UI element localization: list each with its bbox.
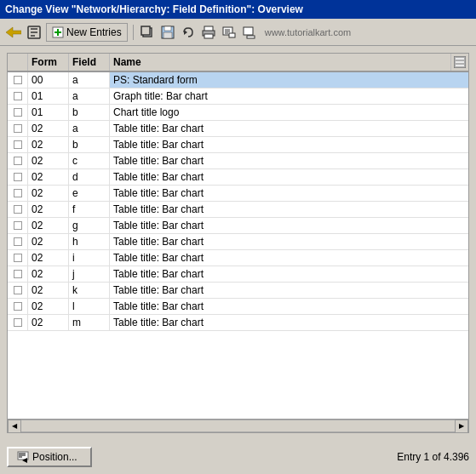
scroll-left-button[interactable]: ◀ [8,420,21,433]
table-row[interactable]: 02eTable title: Bar chart [8,186,468,202]
table-header: Form Field Name [8,54,468,72]
scroll-right-button[interactable]: ▶ [455,420,468,433]
cell-name: Table title: Bar chart [110,283,468,298]
row-checkbox[interactable] [8,283,28,298]
new-entries-button[interactable]: New Entries [46,23,128,42]
title-bar: Change View "Network/Hierarchy: Field De… [0,0,476,19]
new-entries-label: New Entries [66,26,122,38]
position-button[interactable]: Position... [7,447,92,467]
cell-name: PS: Standard form [110,72,468,88]
watermark: www.tutorialkart.com [265,27,351,37]
content-area: Form Field Name 00aPS: Standard form01aG… [0,46,476,440]
undo-icon[interactable] [180,24,197,41]
col-form-header: Form [28,54,69,71]
table-row[interactable]: 02gTable title: Bar chart [8,218,468,234]
cell-field: k [69,283,110,298]
row-checkbox[interactable] [8,72,28,88]
cell-form: 02 [28,250,69,266]
print-icon[interactable] [200,24,217,41]
table-row[interactable]: 02dTable title: Bar chart [8,169,468,186]
save-icon[interactable] [159,24,176,41]
cell-form: 01 [28,89,69,104]
cell-form: 02 [28,315,69,330]
scroll-track[interactable] [21,420,455,432]
cell-name: Table title: Bar chart [110,153,468,168]
cell-form: 00 [28,72,69,88]
table-row[interactable]: 02bTable title: Bar chart [8,137,468,153]
table-body: 00aPS: Standard form01aGraph title: Bar … [8,72,468,419]
svg-rect-21 [229,33,235,37]
table-row[interactable]: 02jTable title: Bar chart [8,266,468,283]
cell-name: Table title: Bar chart [110,137,468,152]
col-field-header: Field [69,54,110,71]
table-row[interactable]: 02kTable title: Bar chart [8,283,468,299]
cell-field: i [69,250,110,266]
cell-field: g [69,218,110,233]
bottom-bar: Position... Entry 1 of 4.396 [0,440,476,474]
horizontal-scrollbar[interactable]: ◀ ▶ [8,419,468,432]
table-row[interactable]: 02hTable title: Bar chart [8,234,468,250]
table-row[interactable]: 02fTable title: Bar chart [8,202,468,218]
row-checkbox[interactable] [8,137,28,152]
row-checkbox[interactable] [8,153,28,168]
window-title: Change View "Network/Hierarchy: Field De… [5,3,303,15]
cell-form: 02 [28,202,69,217]
row-checkbox[interactable] [8,202,28,217]
cell-name: Table title: Bar chart [110,202,468,217]
row-checkbox[interactable] [8,105,28,120]
row-checkbox[interactable] [8,121,28,136]
row-checkbox[interactable] [8,218,28,233]
col-settings-header[interactable] [451,54,468,71]
row-checkbox[interactable] [8,234,28,249]
table-row[interactable]: 02mTable title: Bar chart [8,315,468,331]
cell-name: Table title: Bar chart [110,266,468,282]
cell-form: 02 [28,137,69,152]
table-row[interactable]: 00aPS: Standard form [8,72,468,89]
main-window: Change View "Network/Hierarchy: Field De… [0,0,476,474]
col-check-header [8,54,28,71]
table-row[interactable]: 01bChart title logo [8,105,468,121]
customize-icon[interactable] [26,24,43,41]
cell-field: a [69,72,110,88]
cell-name: Table title: Bar chart [110,186,468,201]
col-name-header: Name [110,54,451,71]
cell-field: h [69,234,110,249]
toolbar-separator-1 [133,25,134,40]
row-checkbox[interactable] [8,315,28,330]
find-icon[interactable] [221,24,238,41]
cell-field: a [69,121,110,136]
table-row[interactable]: 02cTable title: Bar chart [8,153,468,169]
info-icon[interactable] [241,24,258,41]
table-row[interactable]: 02aTable title: Bar chart [8,121,468,137]
row-checkbox[interactable] [8,266,28,282]
cell-form: 02 [28,218,69,233]
cell-form: 01 [28,105,69,120]
cell-form: 02 [28,169,69,185]
table-row[interactable]: 02iTable title: Bar chart [8,250,468,266]
table-row[interactable]: 01aGraph title: Bar chart [8,89,468,105]
cell-field: j [69,266,110,282]
copy-icon[interactable] [139,24,156,41]
row-checkbox[interactable] [8,89,28,104]
row-checkbox[interactable] [8,250,28,266]
cell-field: d [69,169,110,185]
row-checkbox[interactable] [8,169,28,185]
cell-name: Table title: Bar chart [110,218,468,233]
back-icon[interactable] [5,24,22,41]
position-button-label: Position... [32,451,77,463]
cell-form: 02 [28,121,69,136]
row-checkbox[interactable] [8,299,28,314]
cell-form: 02 [28,299,69,314]
cell-form: 02 [28,153,69,168]
table-row[interactable]: 02lTable title: Bar chart [8,299,468,315]
cell-name: Table title: Bar chart [110,250,468,266]
cell-name: Table title: Bar chart [110,315,468,330]
cell-form: 02 [28,266,69,282]
cell-name: Graph title: Bar chart [110,89,468,104]
cell-field: l [69,299,110,314]
svg-rect-9 [141,26,150,35]
cell-form: 02 [28,234,69,249]
cell-name: Table title: Bar chart [110,299,468,314]
svg-rect-11 [164,26,171,31]
row-checkbox[interactable] [8,186,28,201]
